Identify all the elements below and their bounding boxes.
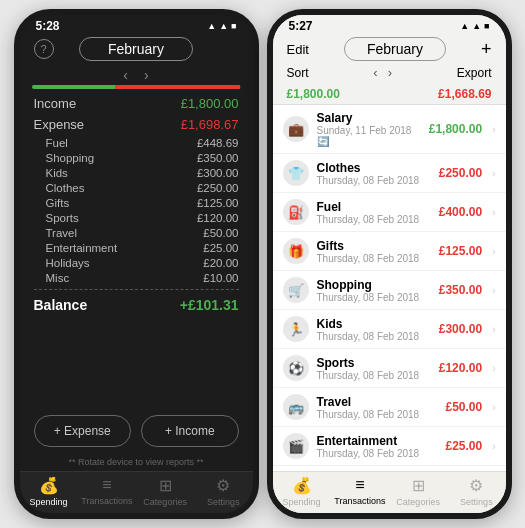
tx-icon: 👕 <box>283 160 309 186</box>
add-button[interactable]: + <box>481 39 492 60</box>
tx-icon: 🛒 <box>283 277 309 303</box>
right-tab-spending[interactable]: 💰 Spending <box>273 476 331 507</box>
tx-icon: 🏃 <box>283 316 309 342</box>
right-header: Edit February + <box>273 35 506 65</box>
expense-row: Expense £1,698.67 <box>34 114 239 135</box>
right-status-bar: 5:27 ▲ ▲ ■ <box>273 15 506 35</box>
income-row: Income £1,800.00 <box>34 93 239 114</box>
edit-button[interactable]: Edit <box>287 42 309 57</box>
add-expense-button[interactable]: + Expense <box>34 415 132 447</box>
left-status-bar: 5:28 ▲ ▲ ■ <box>20 15 253 35</box>
right-categories-icon: ⊞ <box>412 476 425 495</box>
categories-icon: ⊞ <box>159 476 172 495</box>
right-next-arrow[interactable]: › <box>388 65 392 80</box>
left-tab-transactions[interactable]: ≡ Transactions <box>78 476 136 507</box>
left-next-arrow[interactable]: › <box>144 67 149 83</box>
left-time: 5:28 <box>36 19 60 33</box>
right-month-button[interactable]: February <box>344 37 446 61</box>
tx-info: Salary Sunday, 11 Feb 2018 🔄 <box>317 111 421 147</box>
chevron-right-icon: › <box>492 246 495 257</box>
spending-icon: 💰 <box>39 476 59 495</box>
left-expense-item: Gifts£125.00 <box>34 195 239 210</box>
left-expense-items: Fuel£448.69Shopping£350.00Kids£300.00Clo… <box>34 135 239 285</box>
tx-info: Kids Thursday, 08 Feb 2018 <box>317 317 431 342</box>
right-phone: 5:27 ▲ ▲ ■ Edit February + Sort ‹ › Expo… <box>267 9 512 519</box>
income-label: Income <box>34 96 77 111</box>
left-prev-arrow[interactable]: ‹ <box>123 67 128 83</box>
transaction-item[interactable]: 👕 Clothes Thursday, 08 Feb 2018 £250.00 … <box>273 154 506 193</box>
chevron-right-icon: › <box>492 324 495 335</box>
left-expense-item: Misc£10.00 <box>34 270 239 285</box>
tx-icon: 🎬 <box>283 433 309 459</box>
chevron-right-icon: › <box>492 124 495 135</box>
transaction-item[interactable]: 🎁 Gifts Thursday, 08 Feb 2018 £125.00 › <box>273 232 506 271</box>
left-expense-item: Fuel£448.69 <box>34 135 239 150</box>
tx-icon: ⚽ <box>283 355 309 381</box>
export-button[interactable]: Export <box>457 66 492 80</box>
transaction-item[interactable]: ⛽ Fuel Thursday, 08 Feb 2018 £400.00 › <box>273 193 506 232</box>
left-expense-item: Holidays£20.00 <box>34 255 239 270</box>
left-buttons: + Expense + Income <box>20 407 253 455</box>
left-tab-bar: 💰 Spending ≡ Transactions ⊞ Categories ⚙… <box>20 471 253 513</box>
right-tab-settings[interactable]: ⚙ Settings <box>447 476 505 507</box>
left-nav-arrows: ‹ › <box>20 65 253 85</box>
sort-export-row: Sort ‹ › Export <box>273 65 506 84</box>
transaction-item[interactable]: 🎬 Entertainment Thursday, 08 Feb 2018 £2… <box>273 427 506 466</box>
expense-amount: £1,698.67 <box>181 117 239 132</box>
rotate-hint: ** Rotate device to view reports ** <box>20 455 253 471</box>
tx-info: Gifts Thursday, 08 Feb 2018 <box>317 239 431 264</box>
balance-amount: +£101.31 <box>180 297 239 313</box>
left-tab-spending[interactable]: 💰 Spending <box>20 476 78 507</box>
income-amount: £1,800.00 <box>181 96 239 111</box>
left-expense-item: Clothes£250.00 <box>34 180 239 195</box>
total-expense: £1,668.69 <box>438 87 491 101</box>
chevron-right-icon: › <box>492 207 495 218</box>
tx-icon: 🎁 <box>283 238 309 264</box>
chevron-right-icon: › <box>492 441 495 452</box>
totals-bar: £1,800.00 £1,668.69 <box>273 84 506 105</box>
right-status-icons: ▲ ▲ ■ <box>460 21 489 31</box>
balance-row: Balance +£101.31 <box>34 294 239 316</box>
left-expense-item: Kids£300.00 <box>34 165 239 180</box>
left-expense-item: Sports£120.00 <box>34 210 239 225</box>
transaction-item[interactable]: 💼 Salary Sunday, 11 Feb 2018 🔄 £1,800.00… <box>273 105 506 154</box>
left-month-button[interactable]: February <box>79 37 193 61</box>
transaction-item[interactable]: 🏃 Kids Thursday, 08 Feb 2018 £300.00 › <box>273 310 506 349</box>
right-settings-icon: ⚙ <box>469 476 483 495</box>
left-content: Income £1,800.00 Expense £1,698.67 Fuel£… <box>20 93 253 407</box>
tx-info: Travel Thursday, 08 Feb 2018 <box>317 395 438 420</box>
tx-info: Sports Thursday, 08 Feb 2018 <box>317 356 431 381</box>
left-header: ? February <box>20 35 253 65</box>
left-expense-item: Travel£50.00 <box>34 225 239 240</box>
right-tab-transactions[interactable]: ≡ Transactions <box>331 476 389 507</box>
add-income-button[interactable]: + Income <box>141 415 239 447</box>
right-prev-arrow[interactable]: ‹ <box>373 65 377 80</box>
right-transactions-icon: ≡ <box>355 476 364 494</box>
chevron-right-icon: › <box>492 168 495 179</box>
tx-info: Clothes Thursday, 08 Feb 2018 <box>317 161 431 186</box>
progress-expense <box>115 85 240 89</box>
right-time: 5:27 <box>289 19 313 33</box>
left-progress-bar <box>32 85 241 89</box>
right-tab-categories[interactable]: ⊞ Categories <box>389 476 447 507</box>
tx-info: Entertainment Thursday, 08 Feb 2018 <box>317 434 438 459</box>
total-income: £1,800.00 <box>287 87 340 101</box>
tx-info: Fuel Thursday, 08 Feb 2018 <box>317 200 431 225</box>
expense-label: Expense <box>34 117 85 132</box>
chevron-right-icon: › <box>492 363 495 374</box>
balance-label: Balance <box>34 297 88 313</box>
transactions-icon: ≡ <box>102 476 111 494</box>
chevron-right-icon: › <box>492 402 495 413</box>
help-button[interactable]: ? <box>34 39 54 59</box>
transaction-item[interactable]: ⚽ Sports Thursday, 08 Feb 2018 £120.00 › <box>273 349 506 388</box>
left-status-icons: ▲ ▲ ■ <box>207 21 236 31</box>
progress-income <box>32 85 116 89</box>
transaction-item[interactable]: 🛒 Shopping Thursday, 08 Feb 2018 £350.00… <box>273 271 506 310</box>
tx-icon: 🚌 <box>283 394 309 420</box>
sort-button[interactable]: Sort <box>287 66 309 80</box>
transaction-item[interactable]: 🚌 Travel Thursday, 08 Feb 2018 £50.00 › <box>273 388 506 427</box>
tx-info: Shopping Thursday, 08 Feb 2018 <box>317 278 431 303</box>
left-tab-categories[interactable]: ⊞ Categories <box>136 476 194 507</box>
settings-icon: ⚙ <box>216 476 230 495</box>
left-tab-settings[interactable]: ⚙ Settings <box>194 476 252 507</box>
